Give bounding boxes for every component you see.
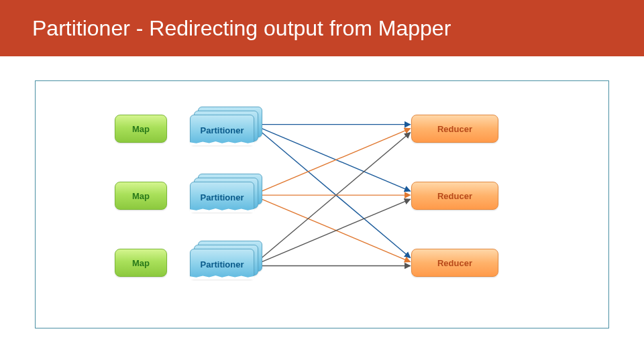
reducer-node-1: Reducer (411, 115, 498, 143)
slide-header: Partitioner - Redirecting output from Ma… (0, 0, 644, 56)
partitioner-label: Partitioner (200, 125, 244, 135)
reducer-node-2: Reducer (411, 182, 498, 210)
map-label: Map (132, 258, 150, 268)
partitioner-stack-1: Partitioner (190, 111, 262, 148)
svg-line-6 (262, 133, 410, 258)
reducer-label: Reducer (437, 191, 472, 201)
partitioner-label: Partitioner (200, 192, 244, 202)
partitioner-stack-3: Partitioner (190, 245, 262, 282)
svg-line-7 (262, 199, 410, 261)
map-node-3: Map (115, 249, 167, 277)
diagram-canvas: Map Map Map Partitioner Partitioner (36, 81, 608, 328)
partitioner-stack-2: Partitioner (190, 178, 262, 215)
svg-line-5 (262, 199, 410, 261)
reducer-label: Reducer (437, 124, 472, 134)
svg-line-2 (262, 133, 410, 258)
reducer-label: Reducer (437, 258, 472, 268)
reducer-node-3: Reducer (411, 249, 498, 277)
map-node-2: Map (115, 182, 167, 210)
svg-line-1 (262, 129, 410, 191)
svg-line-3 (262, 129, 410, 191)
map-label: Map (132, 191, 150, 201)
map-node-1: Map (115, 115, 167, 143)
partitioner-label: Partitioner (200, 259, 244, 269)
map-label: Map (132, 124, 150, 134)
diagram-frame: Map Map Map Partitioner Partitioner (35, 80, 609, 328)
slide-title: Partitioner - Redirecting output from Ma… (32, 16, 451, 41)
